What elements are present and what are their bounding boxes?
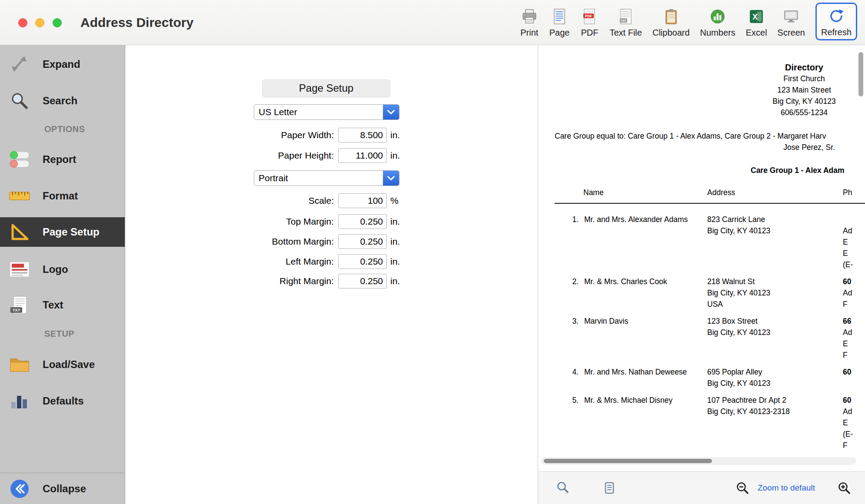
row-number: 2. bbox=[538, 276, 579, 287]
top-margin-input[interactable] bbox=[338, 214, 387, 229]
sidebar-item-label: Text bbox=[43, 299, 63, 311]
toolbar-item-refresh[interactable]: Refresh bbox=[815, 3, 857, 40]
sidebar-item-format[interactable]: Format bbox=[0, 183, 125, 209]
sidebar-item-label: Expand bbox=[43, 58, 80, 70]
window-title: Address Directory bbox=[80, 0, 193, 45]
fullscreen-button[interactable] bbox=[53, 18, 62, 27]
horizontal-scrollbar-thumb[interactable] bbox=[544, 459, 712, 463]
page-setup-panel: Page Setup US Letter Paper Width: in. Pa… bbox=[126, 45, 538, 504]
toolbar-label: PDF bbox=[581, 28, 598, 38]
toggles-icon bbox=[8, 149, 31, 170]
ruler-icon bbox=[8, 185, 31, 207]
orientation-value: Portrait bbox=[254, 173, 383, 183]
close-button[interactable] bbox=[18, 18, 27, 27]
paper-size-select[interactable]: US Letter bbox=[254, 104, 399, 120]
table-row: 2. Mr. & Mrs. Charles Cook 218 Walnut St… bbox=[538, 276, 865, 310]
document-view-icon[interactable] bbox=[603, 481, 616, 494]
sidebar-item-defaults[interactable]: Defaults bbox=[0, 388, 125, 414]
row-address: 695 Poplar Alley Big City, KY 40123 bbox=[707, 366, 837, 389]
column-header-name: Name bbox=[583, 187, 604, 198]
paper-width-input[interactable] bbox=[338, 128, 387, 143]
left-margin-label: Left Margin: bbox=[126, 256, 338, 267]
sidebar-section-options: OPTIONS bbox=[44, 124, 85, 134]
toolbar-item-text-file[interactable]: TXT Text File bbox=[609, 3, 642, 38]
row-phone: 66 Ad E F bbox=[843, 315, 865, 361]
report-title: Directory bbox=[717, 62, 865, 73]
sidebar-item-search[interactable]: Search bbox=[0, 88, 125, 114]
row-name: Mr. & Mrs. Michael Disney bbox=[584, 395, 702, 451]
app-window: Address Directory Print Page PDF PDF bbox=[0, 0, 865, 504]
toolbar-label: Text File bbox=[609, 28, 642, 38]
row-phone: Ad E E (E- bbox=[843, 214, 865, 270]
toolbar-label: Numbers bbox=[700, 28, 735, 38]
txt-document-icon: TXT bbox=[8, 294, 31, 316]
right-margin-input[interactable] bbox=[338, 274, 387, 288]
toolbar-item-numbers[interactable]: Numbers bbox=[700, 3, 735, 38]
unit-label: in. bbox=[390, 256, 400, 267]
zoom-to-default-link[interactable]: Zoom to default bbox=[758, 483, 815, 493]
row-address: 218 Walnut St Big City, KY 40123 USA bbox=[707, 276, 837, 310]
unit-label: in. bbox=[390, 150, 400, 161]
preview-footer: Zoom to default bbox=[538, 471, 865, 504]
sidebar-item-text[interactable]: TXT Text bbox=[0, 292, 125, 318]
search-icon bbox=[8, 90, 31, 112]
vertical-scrollbar-thumb[interactable] bbox=[858, 52, 863, 96]
left-margin-input[interactable] bbox=[338, 254, 387, 269]
toolbar-label: Page bbox=[549, 28, 570, 38]
bottom-margin-label: Bottom Margin: bbox=[126, 236, 338, 247]
table-row: 4. Mr. and Mrs. Nathan Deweese 695 Popla… bbox=[538, 366, 865, 389]
svg-text:TXT: TXT bbox=[621, 19, 627, 22]
row-address: 123 Box Street Big City, KY 40123 bbox=[707, 315, 837, 361]
sidebar-item-label: Search bbox=[43, 95, 77, 107]
paper-width-row: Paper Width: in. bbox=[126, 128, 400, 143]
clipboard-icon bbox=[662, 7, 681, 26]
zoom-in-icon[interactable] bbox=[838, 481, 851, 494]
report-header: Directory First Church 123 Main Street B… bbox=[717, 62, 865, 118]
toolbar-item-clipboard[interactable]: Clipboard bbox=[652, 3, 690, 38]
sidebar-item-report[interactable]: Report bbox=[0, 146, 125, 172]
toolbar-item-page[interactable]: Page bbox=[549, 3, 570, 38]
table-header-rule bbox=[555, 203, 865, 204]
bottom-margin-input[interactable] bbox=[338, 234, 387, 249]
svg-text:PDF: PDF bbox=[585, 14, 592, 18]
row-phone: 60 Ad E (E- F bbox=[843, 395, 865, 451]
toolbar-item-excel[interactable]: X Excel bbox=[746, 3, 767, 38]
sidebar-item-label: Collapse bbox=[43, 483, 86, 495]
sidebar-item-page-setup[interactable]: Page Setup bbox=[0, 217, 125, 247]
page-icon bbox=[550, 7, 569, 26]
bar-chart-icon bbox=[8, 390, 31, 412]
paper-height-label: Paper Height: bbox=[126, 150, 338, 161]
zoom-out-icon[interactable] bbox=[736, 481, 749, 494]
sidebar-item-logo[interactable]: Logo bbox=[0, 256, 125, 282]
paper-size-value: US Letter bbox=[254, 107, 383, 117]
scale-input[interactable] bbox=[338, 193, 387, 208]
row-phone: 60 bbox=[843, 366, 865, 389]
excel-icon: X bbox=[747, 7, 766, 26]
paper-height-input[interactable] bbox=[338, 148, 387, 163]
report-org: First Church bbox=[717, 73, 865, 84]
row-name: Marvin Davis bbox=[584, 315, 702, 361]
collapse-icon bbox=[8, 478, 31, 500]
sidebar-item-expand[interactable]: Expand bbox=[0, 51, 125, 77]
unit-label: in. bbox=[390, 130, 400, 140]
toolbar: Print Page PDF PDF TXT Text File bbox=[520, 3, 857, 43]
toolbar-item-screen[interactable]: Screen bbox=[778, 3, 805, 38]
sidebar-item-load-save[interactable]: Load/Save bbox=[0, 351, 125, 378]
group-heading: Care Group 1 - Alex Adam bbox=[751, 165, 845, 176]
pdf-icon: PDF bbox=[580, 7, 599, 26]
filter-criteria-line1: Care Group equal to: Care Group 1 - Alex… bbox=[555, 130, 826, 142]
table-row: 1. Mr. and Mrs. Alexander Adams 823 Carr… bbox=[538, 214, 865, 270]
toolbar-item-pdf[interactable]: PDF PDF bbox=[580, 3, 599, 38]
minimize-button[interactable] bbox=[35, 18, 44, 27]
toolbar-item-print[interactable]: Print bbox=[520, 3, 539, 38]
magnifier-icon[interactable] bbox=[556, 481, 569, 494]
horizontal-scrollbar[interactable] bbox=[541, 457, 856, 465]
column-header-phone: Ph bbox=[843, 187, 852, 198]
orientation-select[interactable]: Portrait bbox=[254, 170, 399, 186]
chevron-down-icon bbox=[383, 171, 399, 186]
row-number: 4. bbox=[538, 366, 579, 378]
sidebar-item-collapse[interactable]: Collapse bbox=[0, 473, 125, 504]
preview-panel: Directory First Church 123 Main Street B… bbox=[538, 45, 865, 504]
row-name: Mr. and Mrs. Alexander Adams bbox=[584, 214, 702, 270]
expand-icon bbox=[8, 53, 31, 75]
